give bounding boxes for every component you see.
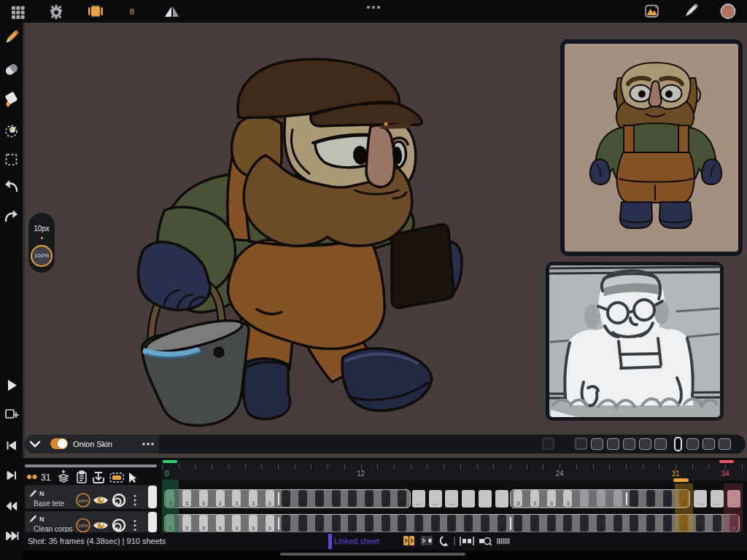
svg-text:N: N	[39, 490, 44, 497]
svg-text:31: 31	[41, 472, 51, 483]
svg-text:100%: 100%	[78, 524, 88, 528]
svg-text:N: N	[39, 516, 44, 523]
svg-text:100%: 100%	[78, 499, 88, 503]
svg-text:Clean corps: Clean corps	[34, 525, 72, 533]
svg-text:8: 8	[130, 7, 134, 16]
svg-text:Base tete: Base tete	[34, 499, 65, 508]
svg-text:Onion Skin: Onion Skin	[73, 440, 112, 448]
